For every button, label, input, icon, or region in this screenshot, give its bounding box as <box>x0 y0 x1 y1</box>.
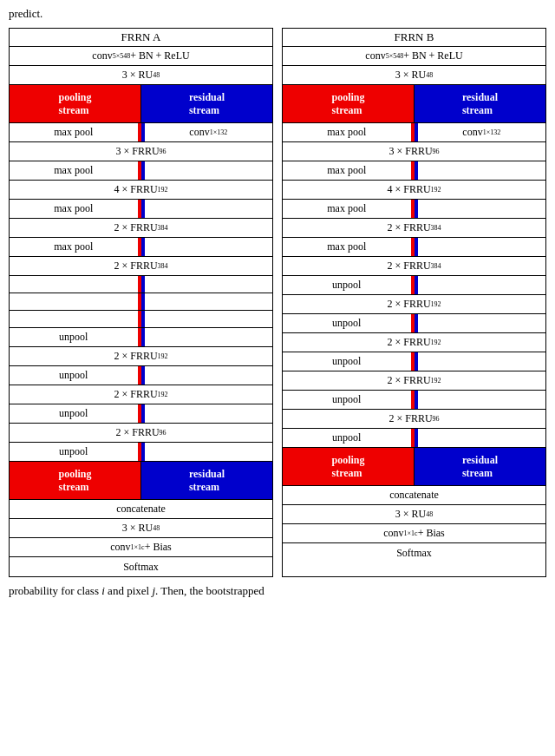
frrn-a-title: FRRN A <box>10 29 272 47</box>
diagram-frrn-b: FRRN B conv5×548 + BN + ReLU 3 × RU48 po… <box>282 28 546 577</box>
spacer-a1 <box>10 276 138 293</box>
unpool-a2: unpool <box>10 366 138 385</box>
concat-a: concatenate <box>10 500 272 518</box>
frru96-a2: 2 × FRRU96 <box>10 424 272 442</box>
frru384-a1: 2 × FRRU384 <box>10 219 272 237</box>
frru384-a2: 2 × FRRU384 <box>10 257 272 275</box>
row-concat-b: concatenate <box>283 486 545 505</box>
unpool-a3: unpool <box>10 404 138 423</box>
concat-b: concatenate <box>283 486 545 504</box>
row-maxpool-b2: max pool <box>283 161 545 181</box>
row-frru96-b2: 2 × FRRU96 <box>283 410 545 429</box>
pooling-stream-label-a-top: poolingstream <box>10 85 141 122</box>
empty-a4 <box>145 238 273 256</box>
stream-footer-b: poolingstream residualstream <box>283 448 545 486</box>
frru192-b4: 2 × FRRU192 <box>283 371 545 390</box>
empty-a3 <box>145 200 273 218</box>
frru192-b2: 2 × FRRU192 <box>283 295 545 313</box>
row-frru96-a2: 2 × FRRU96 <box>10 424 272 443</box>
pooling-stream-label-b-bot: poolingstream <box>283 448 415 485</box>
row-unpool-b1: unpool <box>283 276 545 295</box>
conv-bias-a: conv1×1c + Bias <box>10 538 272 556</box>
row-frru192-b3: 2 × FRRU192 <box>283 333 545 352</box>
frru384-b1: 2 × FRRU384 <box>283 219 545 237</box>
row-maxpool-conv-a: max pool conv1×132 <box>10 123 272 142</box>
residual-stream-label-a-bot: residualstream <box>141 462 272 499</box>
frrn-b-title: FRRN B <box>283 29 545 47</box>
row-spacer-a3 <box>10 311 272 328</box>
row-ru-b: 3 × RU48 <box>283 66 545 85</box>
stream-header-a-top: poolingstream residualstream <box>10 85 272 123</box>
row-maxpool-b3: max pool <box>283 200 545 219</box>
unpool-a1: unpool <box>10 328 138 346</box>
frru96-b1: 3 × FRRU96 <box>283 142 545 161</box>
residual-stream-label-b-bot: residualstream <box>415 448 545 485</box>
softmax-b: Softmax <box>283 543 545 562</box>
max-pool-a3: max pool <box>10 200 138 218</box>
conv-1x1-b1: conv1×132 <box>418 123 546 141</box>
row-frru192-b4: 2 × FRRU192 <box>283 371 545 391</box>
max-pool-b3: max pool <box>283 200 411 218</box>
row-frru192-b2: 2 × FRRU192 <box>283 295 545 314</box>
row-frru384-a2: 2 × FRRU384 <box>10 257 272 276</box>
row-concat-a: concatenate <box>10 500 272 519</box>
frru96-a1: 3 × FRRU96 <box>10 142 272 161</box>
stream-footer-a: poolingstream residualstream <box>10 462 272 500</box>
row-frru192-a3: 2 × FRRU192 <box>10 385 272 404</box>
row-maxpool-b4: max pool <box>283 238 545 257</box>
max-pool-a4: max pool <box>10 238 138 256</box>
unpool-a4: unpool <box>10 443 138 461</box>
residual-stream-label-b-top: residualstream <box>415 85 545 122</box>
row-ru-a: 3 × RU48 <box>10 66 272 85</box>
row-maxpool-conv-b: max pool conv1×132 <box>283 123 545 142</box>
row-frru96-a1: 3 × FRRU96 <box>10 142 272 161</box>
frru192-a3: 2 × FRRU192 <box>10 385 272 404</box>
stream-header-b-top: poolingstream residualstream <box>283 85 545 123</box>
conv-relu-a: conv5×548 + BN + ReLU <box>10 47 272 65</box>
top-text: predict. <box>9 7 546 21</box>
frru192-a1: 4 × FRRU192 <box>10 181 272 199</box>
max-pool-a1: max pool <box>10 123 138 141</box>
row-ru48-b2: 3 × RU48 <box>283 505 545 524</box>
row-frru384-b2: 2 × FRRU384 <box>283 257 545 276</box>
row-maxpool-a4: max pool <box>10 238 272 257</box>
residual-stream-label-a-top: residualstream <box>141 85 272 122</box>
max-pool-b2: max pool <box>283 161 411 180</box>
bottom-text: probability for class i and pixel j. The… <box>9 584 546 598</box>
pooling-stream-label-b-top: poolingstream <box>283 85 415 122</box>
row-conv-a: conv5×548 + BN + ReLU <box>10 47 272 66</box>
frru96-b2: 2 × FRRU96 <box>283 410 545 428</box>
unpool-b2: unpool <box>283 314 411 332</box>
row-unpool-a4: unpool <box>10 443 272 462</box>
diagram-frrn-a: FRRN A conv5×548 + BN + ReLU 3 × RU48 po… <box>9 28 273 577</box>
row-frru192-b1: 4 × FRRU192 <box>283 181 545 200</box>
row-unpool-a3: unpool <box>10 404 272 424</box>
conv-relu-b: conv5×548 + BN + ReLU <box>283 47 545 65</box>
row-frru96-b1: 3 × FRRU96 <box>283 142 545 161</box>
row-frru384-b1: 2 × FRRU384 <box>283 219 545 238</box>
row-unpool-b4: unpool <box>283 391 545 410</box>
row-frru192-a2: 2 × FRRU192 <box>10 347 272 366</box>
row-frru192-a1: 4 × FRRU192 <box>10 181 272 200</box>
row-softmax-b: Softmax <box>283 543 545 562</box>
row-unpool-a2: unpool <box>10 366 272 385</box>
unpool-b1: unpool <box>283 276 411 294</box>
row-ru48-a2: 3 × RU48 <box>10 519 272 538</box>
softmax-a: Softmax <box>10 557 272 576</box>
ru48-a2: 3 × RU48 <box>10 519 272 537</box>
conv-1x1-a1: conv1×132 <box>145 123 273 141</box>
row-unpool-b3: unpool <box>283 352 545 371</box>
row-maxpool-a3: max pool <box>10 200 272 219</box>
max-pool-a2: max pool <box>10 161 138 180</box>
unpool-b3: unpool <box>283 352 411 371</box>
spacer-a3 <box>10 311 138 327</box>
frru192-b1: 4 × FRRU192 <box>283 181 545 199</box>
row-frru384-a1: 2 × FRRU384 <box>10 219 272 238</box>
ru-a: 3 × RU48 <box>10 66 272 84</box>
row-spacer-a2 <box>10 293 272 311</box>
unpool-b5: unpool <box>283 429 411 447</box>
frru384-b2: 2 × FRRU384 <box>283 257 545 275</box>
empty-a2 <box>145 161 273 180</box>
ru-b: 3 × RU48 <box>283 66 545 84</box>
conv-bias-b: conv1×1c + Bias <box>283 524 545 542</box>
